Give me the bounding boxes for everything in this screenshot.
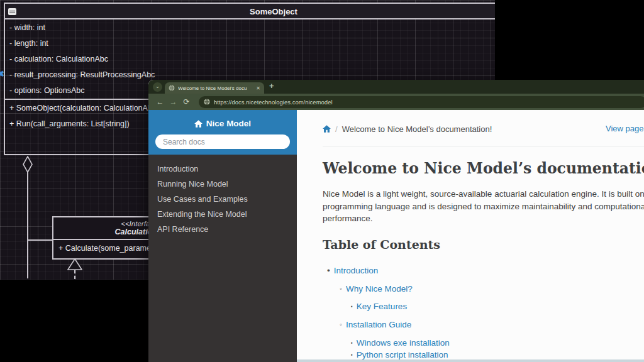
- uml-attribute: - calculation: CalculationAbc: [5, 51, 495, 67]
- url-text[interactable]: https://docs.nicetechnologies.com/nicemo…: [214, 99, 333, 106]
- marker-x-icon: ✖: [0, 69, 4, 79]
- toc-link-windows-exe-installation[interactable]: ▪ Windows exe installation: [351, 337, 450, 348]
- breadcrumb: / Welcome to Nice Model’s documentation!: [323, 123, 492, 134]
- view-page-link[interactable]: View page: [606, 124, 643, 133]
- address-bar[interactable]: https://docs.nicetechnologies.com/nicemo…: [199, 96, 644, 108]
- browser-tab[interactable]: Welcome to Nice Model's docu ✕: [165, 82, 264, 94]
- toc-link-key-features[interactable]: ▪ Key Features: [351, 300, 407, 312]
- bullet-icon: ▪: [351, 340, 353, 346]
- composition-diamond-icon: [23, 156, 33, 173]
- composition-line-vertical: [27, 172, 28, 278]
- sidebar-item-use-cases[interactable]: Use Cases and Examples: [148, 192, 297, 207]
- bullet-icon: ▪: [351, 352, 353, 358]
- sidebar-item-api-reference[interactable]: API Reference: [148, 222, 297, 237]
- chevron-down-icon: ⌄: [155, 83, 160, 89]
- bullet-icon: ◦: [340, 321, 342, 328]
- new-tab-icon[interactable]: +: [269, 81, 274, 90]
- breadcrumb-separator: /: [335, 124, 338, 134]
- tab-search-button[interactable]: ⌄: [153, 82, 162, 92]
- uml-class-name: SomeObject: [250, 7, 297, 16]
- realization-dashed-line: [74, 270, 75, 279]
- sidebar-brand[interactable]: Nice Model: [148, 110, 297, 128]
- note-icon: [8, 8, 16, 15]
- browser-content: Nice Model Introduction Running Nice Mod…: [148, 110, 644, 362]
- docs-sidebar: Nice Model Introduction Running Nice Mod…: [148, 110, 297, 362]
- home-icon: [194, 120, 203, 128]
- toc-link-installation-guide[interactable]: ◦ Installation Guide: [340, 319, 411, 330]
- bottom-highlight-strip: [297, 359, 644, 362]
- favicon-globe-icon: [169, 85, 175, 91]
- toc-heading: Table of Contents: [323, 236, 440, 253]
- browser-tab-strip: ⌄ Welcome to Nice Model's docu ✕ +: [148, 80, 644, 94]
- toc-label[interactable]: Installation Guide: [346, 320, 411, 329]
- breadcrumb-home-icon[interactable]: [323, 125, 331, 133]
- toc-label[interactable]: Windows exe installation: [357, 338, 450, 348]
- sidebar-item-extending[interactable]: Extending the Nice Model: [148, 207, 297, 222]
- toc-label[interactable]: Key Features: [357, 302, 407, 311]
- sidebar-item-running-nice-model[interactable]: Running Nice Model: [148, 177, 297, 192]
- tab-title: Welcome to Nice Model's docu: [178, 85, 253, 91]
- toc-label[interactable]: Python script installation: [357, 350, 448, 359]
- back-icon[interactable]: ←: [153, 97, 167, 106]
- forward-icon[interactable]: →: [167, 97, 180, 106]
- uml-class-title-bar: SomeObject: [5, 4, 495, 19]
- realization-triangle-icon: [67, 258, 82, 271]
- bullet-icon: •: [327, 266, 330, 275]
- sidebar-nav: Introduction Running Nice Model Use Case…: [148, 155, 297, 237]
- reload-icon[interactable]: ⟳: [180, 97, 193, 106]
- search-input[interactable]: [155, 134, 290, 149]
- composition-line-horizontal: [28, 239, 53, 241]
- breadcrumb-page-label: Welcome to Nice Model’s documentation!: [342, 124, 492, 134]
- docs-main: / Welcome to Nice Model’s documentation!…: [297, 110, 644, 362]
- breadcrumb-divider: [323, 146, 644, 146]
- sidebar-header: Nice Model: [148, 110, 297, 155]
- site-info-globe-icon[interactable]: [204, 99, 210, 105]
- toc-link-introduction[interactable]: • Introduction: [327, 265, 378, 276]
- search-container: [148, 128, 297, 149]
- page-title: Welcome to Nice Model’s documentation!: [323, 158, 644, 178]
- tab-close-icon[interactable]: ✕: [256, 85, 260, 91]
- browser-toolbar: ← → ⟳ https://docs.nicetechnologies.com/…: [148, 94, 644, 110]
- sidebar-item-introduction[interactable]: Introduction: [148, 162, 297, 177]
- intro-paragraph: Nice Model is a light weight, source-ava…: [323, 188, 644, 225]
- intro-line: programming language and is designed to …: [323, 200, 644, 213]
- toc-link-why-nice-model[interactable]: ◦ Why Nice Model?: [340, 283, 413, 294]
- intro-line: Nice Model is a light weight, source-ava…: [323, 188, 644, 200]
- bullet-icon: ◦: [340, 285, 342, 292]
- toc-label[interactable]: Why Nice Model?: [346, 284, 413, 293]
- uml-attribute: - length: int: [5, 35, 495, 51]
- bullet-icon: ▪: [351, 304, 353, 309]
- toc-label[interactable]: Introduction: [334, 266, 379, 275]
- uml-attribute: - width: int: [5, 19, 495, 35]
- browser-window: ⌄ Welcome to Nice Model's docu ✕ + ← → ⟳…: [148, 80, 644, 362]
- toc-link-python-script-installation[interactable]: ▪ Python script installation: [351, 349, 448, 360]
- brand-label: Nice Model: [206, 119, 251, 128]
- intro-line: performance.: [323, 212, 644, 225]
